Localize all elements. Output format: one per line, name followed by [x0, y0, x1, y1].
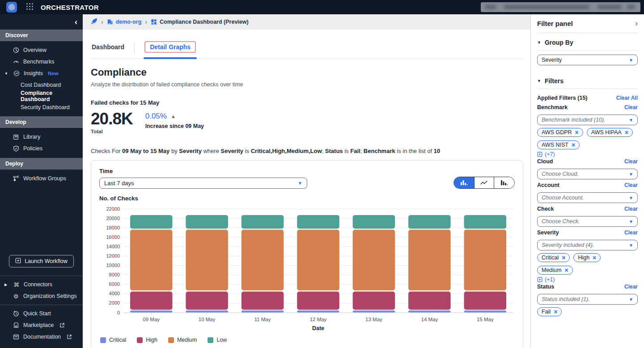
bar-segment-high: [186, 292, 228, 310]
chevron-down-icon: ▼: [298, 181, 302, 186]
close-icon[interactable]: ×: [593, 255, 596, 261]
chart-card: Time Last 7 days ▼: [91, 160, 523, 348]
check-clear-button[interactable]: Clear: [624, 206, 638, 212]
caret-right-icon[interactable]: ▶: [4, 283, 9, 287]
bar-segment-medium: [353, 230, 395, 291]
clear-all-button[interactable]: Clear All: [616, 95, 638, 101]
chart-legend: CriticalHighMediumLow: [99, 337, 515, 343]
svg-text:18000: 18000: [106, 225, 120, 230]
bar-chart-toggle-button[interactable]: [454, 177, 474, 188]
filter-chip[interactable]: High×: [573, 253, 601, 262]
svg-text:8000: 8000: [109, 272, 120, 277]
svg-text:2000: 2000: [109, 300, 120, 306]
account-dropdown[interactable]: Choose Account. ▼: [537, 192, 638, 203]
bar-segment-high: [242, 292, 284, 310]
group-by-dropdown[interactable]: Severity ▼: [537, 55, 638, 65]
filter-chip[interactable]: Critical×: [537, 253, 570, 262]
svg-text:0: 0: [117, 310, 120, 315]
bar-segment-critical: [242, 310, 284, 312]
sidebar-collapse-icon[interactable]: ‹: [75, 18, 77, 26]
svg-text:22000: 22000: [106, 206, 120, 212]
app-logo-icon[interactable]: [6, 2, 17, 13]
tab-detail-graphs[interactable]: Detail Graphs: [144, 41, 197, 58]
close-icon[interactable]: ×: [625, 129, 628, 136]
cloud-dropdown[interactable]: Choose Cloud. ▼: [537, 169, 638, 179]
filter-chip[interactable]: Fail×: [537, 307, 562, 316]
close-icon[interactable]: ×: [564, 267, 568, 273]
chevron-down-icon: ▼: [629, 58, 633, 63]
sidebar-item-connectors[interactable]: ▶ ⌘ Connectors: [0, 279, 83, 290]
sidebar-item-security-dashboard[interactable]: Security Dashboard: [0, 102, 83, 113]
search-input[interactable]: [481, 2, 640, 12]
caret-down-icon[interactable]: ▼: [4, 72, 9, 76]
panel-collapse-icon[interactable]: ›: [635, 19, 638, 28]
workflow-icon: [13, 175, 19, 182]
sidebar-item-marketplace[interactable]: Marketplace: [0, 319, 83, 331]
legend-item-high[interactable]: High: [137, 337, 157, 343]
line-chart-toggle-button[interactable]: [474, 177, 494, 188]
legend-label: Critical: [109, 337, 126, 343]
sidebar-item-overview[interactable]: Overview: [0, 44, 83, 56]
cloud-clear-button[interactable]: Clear: [624, 158, 638, 165]
close-icon[interactable]: ×: [562, 255, 565, 261]
chevron-right-icon: ›: [101, 18, 103, 25]
kpi-delta-caption: Increase since 09 May: [145, 123, 204, 129]
status-clear-button[interactable]: Clear: [624, 284, 638, 290]
filter-summary-sentence: Checks For 09 May to 15 May by Severity …: [91, 148, 523, 154]
sidebar-item-documentation[interactable]: Documentation: [0, 331, 83, 343]
bar-segment-critical: [353, 310, 395, 312]
bar-segment-high: [353, 292, 395, 310]
filter-chip[interactable]: AWS HIPAA×: [587, 128, 633, 137]
status-dropdown[interactable]: Status included (1). ▼: [537, 294, 638, 305]
tab-dashboard[interactable]: Dashboard: [91, 41, 125, 58]
sidebar-item-workflow-groups[interactable]: Workflow Groups: [0, 173, 83, 184]
pie-chart-icon: [13, 47, 19, 53]
close-icon[interactable]: ×: [575, 129, 579, 136]
chevron-down-icon: ▼: [629, 243, 633, 248]
launch-workflow-button[interactable]: Launch Workflow: [9, 255, 74, 267]
page-title: Compliance: [91, 67, 523, 78]
sidebar-item-compliance-dashboard[interactable]: Compliance Dashboard: [0, 90, 83, 102]
close-icon[interactable]: ×: [572, 142, 575, 148]
main-area: › demo-org › Compliance Dashboard (Previ…: [83, 14, 530, 348]
app-grid-icon[interactable]: [26, 3, 34, 12]
sidebar-item-policies[interactable]: Policies: [0, 143, 83, 154]
sidebar-item-insights[interactable]: ▼ Insights New: [0, 68, 83, 79]
bar-segment-critical: [464, 310, 507, 312]
sidebar-item-cost-dashboard[interactable]: Cost Dashboard: [0, 79, 83, 90]
triangle-up-icon: ▲: [171, 114, 176, 119]
severity-dropdown[interactable]: Severity included (4). ▼: [537, 240, 638, 250]
severity-show-more-button[interactable]: (+1): [537, 276, 638, 283]
filters-section-header[interactable]: ▼ Filters: [537, 72, 638, 89]
legend-item-medium[interactable]: Medium: [168, 337, 197, 343]
sidebar-item-library[interactable]: Library: [0, 131, 83, 143]
external-link-icon: [67, 334, 72, 340]
severity-clear-button[interactable]: Clear: [624, 229, 638, 236]
filter-chip[interactable]: AWS GDPR×: [537, 128, 583, 137]
kpi-value: 20.8K: [91, 110, 133, 127]
svg-text:4000: 4000: [109, 291, 120, 296]
status-filter-label: Status: [537, 284, 554, 290]
rocket-icon[interactable]: [91, 18, 97, 26]
check-dropdown[interactable]: Choose Check. ▼: [537, 216, 638, 227]
sidebar-item-benchmarks[interactable]: Benchmarks: [0, 56, 83, 68]
time-range-dropdown[interactable]: Last 7 days ▼: [99, 178, 307, 189]
bar-segment-medium: [242, 230, 284, 291]
legend-item-critical[interactable]: Critical: [100, 337, 126, 343]
insights-icon: [13, 70, 20, 76]
bar-segment-medium: [297, 230, 339, 291]
group-by-section-header[interactable]: ▼ Group By: [537, 33, 638, 51]
svg-text:14 May: 14 May: [421, 317, 438, 322]
benchmark-dropdown[interactable]: Benchmark included (10). ▼: [537, 115, 638, 125]
filter-chip[interactable]: AWS NIST×: [537, 140, 580, 149]
account-clear-button[interactable]: Clear: [624, 182, 638, 188]
sidebar-item-organization-settings[interactable]: ⚙ Organization Settings: [0, 290, 83, 302]
breadcrumb-org-link[interactable]: demo-org: [107, 19, 142, 25]
legend-item-low[interactable]: Low: [208, 337, 227, 343]
filter-chip[interactable]: Medium×: [537, 266, 573, 275]
sidebar-item-quick-start[interactable]: Quick Start: [0, 308, 83, 319]
close-icon[interactable]: ×: [554, 309, 557, 315]
benchmark-clear-button[interactable]: Clear: [624, 104, 638, 110]
benchmark-show-more-button[interactable]: (+7): [537, 151, 638, 157]
column-chart-toggle-button[interactable]: [494, 177, 514, 188]
